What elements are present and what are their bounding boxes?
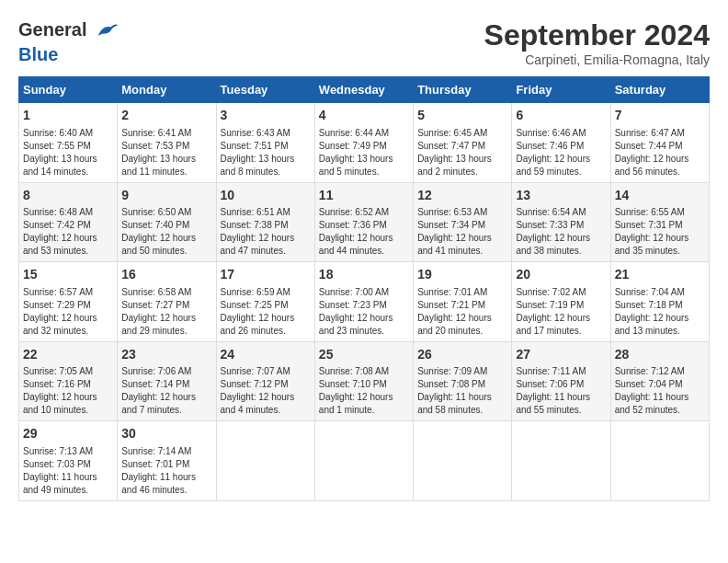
sunrise-text: Sunrise: 7:09 AM	[417, 365, 507, 378]
sunrise-text: Sunrise: 6:53 AM	[417, 206, 507, 219]
sunrise-text: Sunrise: 7:14 AM	[121, 445, 211, 458]
day-number: 25	[319, 346, 409, 364]
sunrise-text: Sunrise: 6:47 AM	[615, 127, 705, 140]
table-row	[414, 421, 512, 501]
day-number: 19	[417, 266, 507, 284]
table-row: 11 Sunrise: 6:52 AM Sunset: 7:36 PM Dayl…	[314, 182, 413, 262]
sunset-text: Sunset: 7:38 PM	[221, 219, 311, 232]
calendar-week-row: 1 Sunrise: 6:40 AM Sunset: 7:55 PM Dayli…	[19, 103, 710, 183]
sunset-text: Sunset: 7:16 PM	[23, 378, 113, 391]
sunset-text: Sunset: 7:10 PM	[319, 378, 409, 391]
sunset-text: Sunset: 7:31 PM	[615, 219, 705, 232]
table-row: 24 Sunrise: 7:07 AM Sunset: 7:12 PM Dayl…	[216, 341, 314, 421]
daylight-text: Daylight: 12 hours and 47 minutes.	[221, 232, 311, 258]
daylight-text: Daylight: 13 hours and 8 minutes.	[221, 153, 311, 178]
page-header: General Blue September 2024 Carpineti, E…	[18, 18, 710, 67]
day-number: 22	[23, 346, 113, 364]
table-row: 23 Sunrise: 7:06 AM Sunset: 7:14 PM Dayl…	[118, 341, 216, 421]
sunset-text: Sunset: 7:51 PM	[221, 140, 311, 153]
table-row: 1 Sunrise: 6:40 AM Sunset: 7:55 PM Dayli…	[19, 103, 118, 183]
calendar-table: Sunday Monday Tuesday Wednesday Thursday…	[18, 76, 710, 501]
day-number: 11	[319, 187, 409, 205]
sunrise-text: Sunrise: 6:43 AM	[221, 127, 311, 140]
daylight-text: Daylight: 12 hours and 38 minutes.	[516, 232, 606, 258]
day-number: 15	[23, 266, 113, 284]
sunset-text: Sunset: 7:42 PM	[23, 219, 113, 232]
day-number: 29	[23, 425, 113, 443]
daylight-text: Daylight: 13 hours and 11 minutes.	[121, 153, 211, 178]
sunrise-text: Sunrise: 7:04 AM	[615, 286, 705, 299]
sunrise-text: Sunrise: 6:48 AM	[23, 206, 113, 219]
logo-blue: Blue	[18, 44, 119, 65]
day-number: 21	[615, 266, 705, 284]
table-row: 8 Sunrise: 6:48 AM Sunset: 7:42 PM Dayli…	[19, 182, 118, 262]
table-row: 10 Sunrise: 6:51 AM Sunset: 7:38 PM Dayl…	[216, 182, 314, 262]
day-number: 13	[516, 187, 606, 205]
daylight-text: Daylight: 12 hours and 13 minutes.	[615, 312, 705, 338]
sunset-text: Sunset: 7:40 PM	[121, 219, 211, 232]
day-number: 23	[121, 346, 211, 364]
sunset-text: Sunset: 7:06 PM	[516, 378, 606, 391]
sunset-text: Sunset: 7:47 PM	[417, 140, 507, 153]
table-row: 26 Sunrise: 7:09 AM Sunset: 7:08 PM Dayl…	[414, 341, 512, 421]
daylight-text: Daylight: 12 hours and 44 minutes.	[319, 232, 409, 258]
sunrise-text: Sunrise: 7:08 AM	[319, 365, 409, 378]
table-row	[216, 421, 314, 501]
day-number: 14	[615, 187, 705, 205]
daylight-text: Daylight: 12 hours and 56 minutes.	[615, 153, 705, 178]
sunrise-text: Sunrise: 6:54 AM	[516, 206, 606, 219]
table-row	[610, 421, 709, 501]
calendar-week-row: 8 Sunrise: 6:48 AM Sunset: 7:42 PM Dayli…	[19, 182, 710, 262]
daylight-text: Daylight: 11 hours and 49 minutes.	[23, 471, 113, 497]
sunrise-text: Sunrise: 7:05 AM	[23, 365, 113, 378]
sunset-text: Sunset: 7:53 PM	[121, 140, 211, 153]
daylight-text: Daylight: 12 hours and 35 minutes.	[615, 232, 705, 258]
calendar-header-row: Sunday Monday Tuesday Wednesday Thursday…	[19, 77, 710, 103]
daylight-text: Daylight: 11 hours and 46 minutes.	[121, 471, 211, 497]
calendar-week-row: 15 Sunrise: 6:57 AM Sunset: 7:29 PM Dayl…	[19, 262, 710, 342]
col-tuesday: Tuesday	[216, 77, 314, 103]
daylight-text: Daylight: 12 hours and 53 minutes.	[23, 232, 113, 258]
sunset-text: Sunset: 7:55 PM	[23, 140, 113, 153]
table-row: 12 Sunrise: 6:53 AM Sunset: 7:34 PM Dayl…	[414, 182, 512, 262]
daylight-text: Daylight: 12 hours and 23 minutes.	[319, 312, 409, 338]
sunrise-text: Sunrise: 7:02 AM	[516, 286, 606, 299]
col-monday: Monday	[118, 77, 216, 103]
daylight-text: Daylight: 11 hours and 55 minutes.	[516, 391, 606, 417]
sunset-text: Sunset: 7:29 PM	[23, 299, 113, 312]
day-number: 8	[23, 187, 113, 205]
table-row: 9 Sunrise: 6:50 AM Sunset: 7:40 PM Dayli…	[118, 182, 216, 262]
calendar-week-row: 22 Sunrise: 7:05 AM Sunset: 7:16 PM Dayl…	[19, 341, 710, 421]
table-row: 14 Sunrise: 6:55 AM Sunset: 7:31 PM Dayl…	[610, 182, 709, 262]
sunrise-text: Sunrise: 7:13 AM	[23, 445, 113, 458]
sunrise-text: Sunrise: 6:45 AM	[417, 127, 507, 140]
col-wednesday: Wednesday	[314, 77, 413, 103]
day-number: 6	[516, 107, 606, 125]
table-row: 30 Sunrise: 7:14 AM Sunset: 7:01 PM Dayl…	[118, 421, 216, 501]
daylight-text: Daylight: 12 hours and 10 minutes.	[23, 391, 113, 417]
sunrise-text: Sunrise: 6:50 AM	[121, 206, 211, 219]
daylight-text: Daylight: 12 hours and 26 minutes.	[221, 312, 311, 338]
day-number: 27	[516, 346, 606, 364]
daylight-text: Daylight: 13 hours and 5 minutes.	[319, 153, 409, 178]
day-number: 1	[23, 107, 113, 125]
location-subtitle: Carpineti, Emilia-Romagna, Italy	[484, 52, 710, 67]
daylight-text: Daylight: 13 hours and 14 minutes.	[23, 153, 113, 178]
daylight-text: Daylight: 11 hours and 58 minutes.	[417, 391, 507, 417]
day-number: 18	[319, 266, 409, 284]
sunrise-text: Sunrise: 6:46 AM	[516, 127, 606, 140]
table-row: 27 Sunrise: 7:11 AM Sunset: 7:06 PM Dayl…	[512, 341, 610, 421]
daylight-text: Daylight: 12 hours and 29 minutes.	[121, 312, 211, 338]
sunrise-text: Sunrise: 6:52 AM	[319, 206, 409, 219]
day-number: 24	[221, 346, 311, 364]
daylight-text: Daylight: 12 hours and 4 minutes.	[221, 391, 311, 417]
table-row: 3 Sunrise: 6:43 AM Sunset: 7:51 PM Dayli…	[216, 103, 314, 183]
sunrise-text: Sunrise: 6:55 AM	[615, 206, 705, 219]
table-row: 18 Sunrise: 7:00 AM Sunset: 7:23 PM Dayl…	[314, 262, 413, 342]
day-number: 7	[615, 107, 705, 125]
sunrise-text: Sunrise: 6:57 AM	[23, 286, 113, 299]
table-row: 13 Sunrise: 6:54 AM Sunset: 7:33 PM Dayl…	[512, 182, 610, 262]
daylight-text: Daylight: 12 hours and 32 minutes.	[23, 312, 113, 338]
sunrise-text: Sunrise: 6:51 AM	[221, 206, 311, 219]
day-number: 16	[121, 266, 211, 284]
